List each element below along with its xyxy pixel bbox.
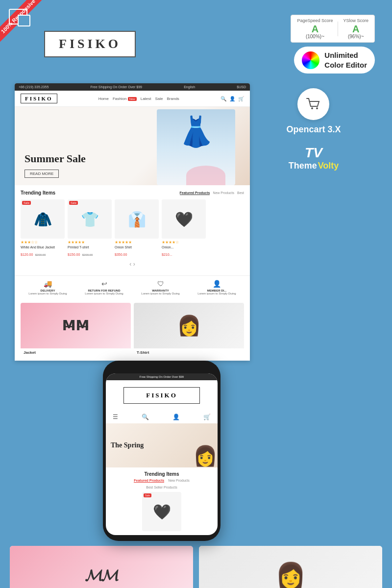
pagespeed-grade: A — [312, 24, 318, 34]
top-section: FISIKO PageSpeed Score A (100%)~ YSlow S… — [0, 0, 392, 370]
jacket-label: Jacket — [21, 348, 131, 357]
phone-tab-featured[interactable]: Featured Products — [134, 479, 164, 483]
opencart-cart-icon — [297, 88, 329, 120]
nav-home[interactable]: Home — [98, 97, 109, 101]
phone-notch — [145, 367, 179, 370]
jacket-img: 𝓜𝓜 — [10, 546, 193, 588]
products-row: 🧥Sale ★★★☆☆ White And Blue Jacket $120.0… — [21, 199, 244, 258]
themevolty-badge: TV Theme Volty — [289, 145, 339, 171]
feature-desc: Lorem ipsum to Simply Duing — [141, 292, 179, 295]
tab-best[interactable]: Best — [237, 191, 244, 195]
nav-latest[interactable]: Latest — [141, 97, 151, 101]
trending-tabs: Featured Products New Products Best — [180, 191, 244, 195]
phone-account-icon[interactable]: 👤 — [172, 414, 180, 420]
phone-screen: Free Shipping On Order Over $99 FISIKO ☰… — [106, 373, 218, 535]
phone-hero-text: The Spring — [111, 441, 144, 449]
category-tshirt[interactable]: 👩 T-Shirt — [134, 303, 244, 357]
product-image: 👔 — [115, 199, 159, 239]
yslow-score: YSlow Score A (96%)~ — [343, 18, 368, 39]
product-image: 🧥Sale — [21, 199, 65, 239]
product-name: Onion... — [162, 245, 206, 249]
product-stars: ★★★★★ — [115, 240, 159, 245]
tab-new[interactable]: New Products — [213, 191, 234, 195]
product-old-price: $200.00 — [35, 253, 46, 256]
new-badge: New — [128, 97, 137, 101]
right-badges: PageSpeed Score A (100%)~ YSlow Score A … — [291, 15, 375, 74]
pagespeed-label: PageSpeed Score — [297, 18, 333, 23]
product-name: Onion Shirt — [115, 245, 159, 249]
color-wheel-icon — [302, 51, 319, 69]
hero-title: Summer Sale — [24, 152, 86, 165]
phone-tab-best[interactable]: Best Seller Products — [111, 486, 213, 489]
product-card: 👕Sale ★★★★★ Printed T-shirt $150.00 $200… — [68, 199, 112, 258]
preview-icons: 🔍 👤 🛒 — [220, 96, 244, 101]
hero-read-more-button[interactable]: READ MORE — [24, 170, 59, 178]
svg-point-1 — [316, 107, 318, 109]
phone-icons-row: ☰ 🔍 👤 🛒 — [106, 411, 218, 423]
preview-menu: Home Fashion New Latest Sale Brands — [98, 97, 179, 101]
jacket-brand-icon: 𝓜𝓜 — [85, 566, 118, 585]
phone-menu-icon[interactable]: ☰ — [113, 414, 118, 420]
sale-badge: Sale — [69, 201, 78, 205]
bottom-col-left: 𝓜𝓜 Jacket ⌚ Watch — [10, 546, 193, 588]
main-content: +86 (219) 335.2355 Free Shipping On Orde… — [10, 83, 382, 361]
phone-tabs: Featured Products New Products — [111, 479, 213, 483]
feature-desc: Lorem ipsum to Simply Duing — [197, 292, 236, 295]
tab-featured[interactable]: Featured Products — [180, 191, 210, 195]
product-card: 🧥Sale ★★★☆☆ White And Blue Jacket $120.0… — [21, 199, 65, 258]
phone-tab-new[interactable]: New Products — [168, 479, 190, 483]
bottom-categories: 𝓜𝓜 Jacket ⌚ Watch 👩 T-Shirt — [10, 546, 382, 588]
hero-image — [157, 109, 235, 185]
tshirt-image: 👩 — [134, 303, 244, 348]
bottom-section: 𝓜𝓜 Jacket ⌚ Watch 👩 T-Shirt — [0, 541, 392, 588]
category-jacket[interactable]: M̶M̶ Jacket — [21, 303, 131, 357]
product-card: 🖤 ★★★★☆ Onion... $210... — [162, 199, 206, 258]
product-stars: ★★★★☆ — [162, 240, 206, 245]
tshirt-img: 👩 — [199, 546, 382, 588]
product-image: 🖤 — [162, 199, 206, 239]
theme-text: Theme — [289, 161, 317, 171]
search-icon[interactable]: 🔍 — [220, 96, 226, 101]
product-price: $350.00 — [115, 253, 127, 256]
volty-text: Volty — [318, 161, 339, 171]
svg-point-0 — [311, 107, 313, 109]
responsive-icon — [9, 9, 27, 24]
nav-sale[interactable]: Sale — [155, 97, 163, 101]
jacket-image: M̶M̶ — [21, 303, 131, 348]
phone-search-icon[interactable]: 🔍 — [142, 414, 149, 420]
header-row: FISIKO PageSpeed Score A (100%)~ YSlow S… — [10, 10, 382, 78]
account-icon[interactable]: 👤 — [229, 96, 235, 101]
right-panel: Opencart 3.X TV Theme Volty — [250, 83, 377, 361]
phone-hero-image: 👩 — [193, 444, 218, 467]
hero-text: Summer Sale READ MORE — [24, 152, 86, 178]
product-card: 👔 ★★★★★ Onion Shirt $350.00 — [115, 199, 159, 258]
topbar-currency: $USD — [237, 85, 246, 89]
feature-desc: Lorem ipsum to Simply Duing — [28, 292, 67, 295]
preview-nav: FISIKO Home Fashion New Latest Sale Bran… — [15, 91, 250, 107]
responsive-ribbon: 100% Responsive — [0, 0, 54, 54]
bottom-cat-jacket[interactable]: 𝓜𝓜 Jacket — [10, 546, 193, 588]
bottom-cat-tshirt[interactable]: 👩 T-Shirt — [199, 546, 382, 588]
warranty-icon: 🛡 — [157, 280, 164, 288]
phone-top-bar: Free Shipping On Order Over $99 — [106, 373, 218, 380]
feature-desc: Lorem ipsum to Simply Duing — [85, 292, 123, 295]
cart-icon[interactable]: 🛒 — [238, 96, 244, 101]
nav-fashion[interactable]: Fashion New — [113, 97, 137, 101]
bottom-col-right: 👩 T-Shirt — [199, 546, 382, 588]
phone-product: 🖤 Sale — [142, 492, 181, 531]
desktop-preview: +86 (219) 335.2355 Free Shipping On Orde… — [15, 83, 250, 361]
member-icon: 👤 — [213, 280, 221, 288]
product-image: 👕Sale — [68, 199, 112, 239]
phone-trending-title: Trending Items — [111, 471, 213, 477]
product-price: $120.00 — [21, 253, 33, 256]
product-old-price: $200.00 — [82, 253, 93, 256]
nav-brands[interactable]: Brands — [167, 97, 179, 101]
delivery-icon: 🚚 — [44, 280, 52, 288]
opencart-badge: Opencart 3.X — [286, 88, 341, 135]
hero-banner: Summer Sale READ MORE — [15, 107, 250, 185]
return-icon: ↩ — [101, 280, 107, 288]
phone-cart-icon[interactable]: 🛒 — [203, 414, 211, 420]
yslow-grade: A — [352, 24, 359, 34]
fashion-figure — [157, 109, 235, 185]
phone-logo-area: FISIKO — [106, 380, 218, 411]
